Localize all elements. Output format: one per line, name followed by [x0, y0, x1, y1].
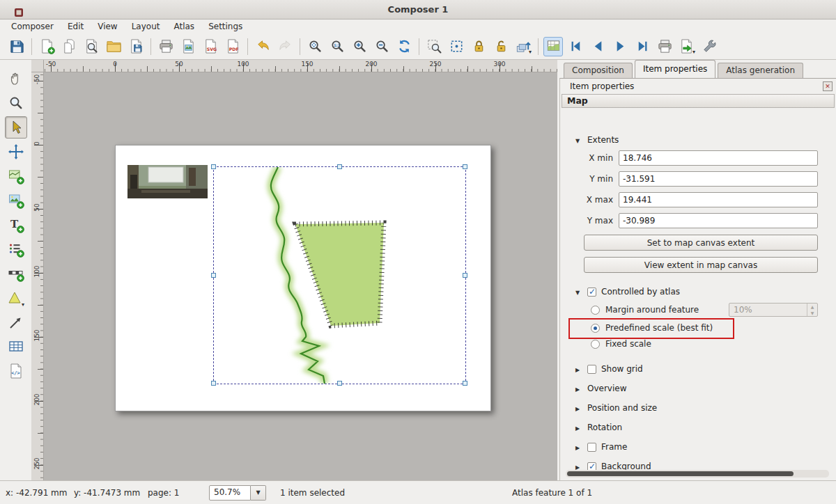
close-dock-button[interactable]: ✕ [823, 81, 833, 91]
add-label-button[interactable]: T [5, 214, 27, 236]
menu-settings[interactable]: Settings [201, 19, 249, 33]
menu-edit[interactable]: Edit [61, 19, 91, 33]
next-feature-button[interactable] [610, 37, 630, 56]
section-rotation[interactable]: Rotation [575, 423, 818, 432]
tab-atlas-generation[interactable]: Atlas generation [718, 63, 803, 78]
atlas-settings-button[interactable] [699, 37, 719, 56]
composer-canvas[interactable] [44, 72, 557, 480]
picture-item[interactable] [127, 165, 208, 198]
selection-handle[interactable] [211, 273, 216, 278]
first-feature-button[interactable] [566, 37, 585, 56]
add-arrow-button[interactable] [5, 311, 27, 333]
pan-tool-button[interactable] [5, 68, 27, 90]
menu-composer[interactable]: Composer [4, 19, 61, 33]
lock-selected-items-button[interactable] [469, 37, 488, 56]
zoom-full-button[interactable] [305, 37, 325, 56]
save-project-button[interactable] [7, 37, 26, 56]
export-as-svg-button[interactable]: SVG [201, 37, 220, 56]
zoom-in-button[interactable] [350, 37, 369, 56]
print-button[interactable] [156, 37, 176, 56]
set-to-map-canvas-extent-button[interactable]: Set to map canvas extent [584, 235, 818, 251]
preview-atlas-button[interactable] [543, 37, 563, 56]
export-as-image-button[interactable] [178, 37, 198, 56]
menu-atlas[interactable]: Atlas [167, 19, 201, 33]
ymax-input[interactable] [619, 213, 818, 228]
zoom-dropdown-arrow-icon[interactable]: ▼ [251, 485, 266, 501]
duplicate-composition-button[interactable] [59, 37, 79, 56]
add-shape-dropdown-arrow-icon[interactable]: ▾ [22, 301, 24, 309]
zoom-combobox[interactable]: 50.7% ▼ [209, 485, 266, 501]
section-show-grid[interactable]: Show grid [575, 364, 818, 374]
selection-handle[interactable] [463, 164, 467, 169]
load-from-template-button[interactable] [104, 37, 123, 56]
zoom-value[interactable]: 50.7% [209, 485, 251, 501]
view-extent-in-map-canvas-button[interactable]: View extent in map canvas [584, 257, 818, 273]
expand-arrow-icon[interactable] [575, 423, 582, 432]
spinbox-arrows-icon[interactable]: ▲▼ [807, 304, 817, 316]
zoom-tool-button[interactable] [5, 92, 27, 114]
raise-selected-items-dropdown-arrow-icon[interactable]: ▾ [529, 49, 532, 56]
unlock-all-items-button[interactable] [491, 37, 511, 56]
composer-manager-button[interactable] [82, 37, 101, 56]
undo-button[interactable] [253, 37, 272, 56]
show-grid-checkbox[interactable] [587, 365, 596, 374]
add-new-map-button[interactable] [5, 165, 27, 187]
add-shape-button[interactable]: ▾ [5, 287, 27, 309]
frame-checkbox[interactable] [587, 443, 596, 452]
add-html-frame-button[interactable]: </> [5, 360, 27, 382]
raise-selected-items-button[interactable]: ▾ [513, 37, 533, 56]
ymin-input[interactable] [619, 171, 818, 187]
pan-to-selection-button[interactable] [447, 37, 466, 56]
fixed-scale-option[interactable]: Fixed scale [591, 339, 818, 349]
selection-handle[interactable] [211, 381, 216, 386]
print-atlas-button[interactable] [655, 37, 674, 56]
redo-button[interactable] [275, 37, 295, 56]
controlled-by-atlas-header[interactable]: Controlled by atlas [575, 287, 818, 297]
add-attribute-table-button[interactable] [5, 336, 27, 358]
expand-arrow-icon[interactable] [575, 442, 582, 452]
select-move-item-tool-button[interactable] [5, 116, 27, 139]
section-overview[interactable]: Overview [575, 384, 818, 393]
predefined-scale-radio[interactable] [591, 324, 600, 333]
add-scalebar-button[interactable] [5, 262, 27, 285]
selection-handle[interactable] [463, 273, 467, 278]
expand-arrow-icon[interactable] [575, 364, 582, 374]
export-as-pdf-button[interactable]: PDF [223, 37, 242, 56]
menu-view[interactable]: View [91, 19, 124, 33]
extents-header[interactable]: Extents [575, 135, 818, 145]
move-item-content-tool-button[interactable] [5, 141, 27, 163]
predefined-scale-option[interactable]: Predefined scale (best fit) [591, 323, 818, 333]
export-atlas-button[interactable]: ▾ [677, 37, 697, 56]
margin-spinbox[interactable]: 10% ▲▼ [729, 303, 818, 317]
expand-arrow-icon[interactable] [575, 403, 582, 413]
collapse-arrow-icon[interactable] [575, 287, 582, 297]
section-position-and-size[interactable]: Position and size [575, 403, 818, 413]
selection-handle[interactable] [211, 164, 216, 169]
zoom-out-button[interactable] [372, 37, 392, 56]
zoom-to-selection-button[interactable] [424, 37, 444, 56]
new-composition-button[interactable] [37, 37, 56, 56]
last-feature-button[interactable] [633, 37, 652, 56]
fixed-scale-radio[interactable] [591, 340, 600, 349]
selection-handle[interactable] [463, 381, 467, 386]
section-frame[interactable]: Frame [575, 442, 818, 452]
tab-item-properties[interactable]: Item properties [635, 60, 715, 78]
export-atlas-dropdown-arrow-icon[interactable]: ▾ [692, 49, 695, 56]
scrollbar-thumb[interactable] [567, 471, 794, 476]
controlled-by-atlas-checkbox[interactable] [587, 288, 596, 297]
tab-composition[interactable]: Composition [564, 63, 633, 78]
save-as-template-button[interactable] [126, 37, 146, 56]
margin-around-feature-radio[interactable] [591, 306, 600, 315]
panel-horizontal-scrollbar[interactable] [566, 470, 829, 478]
collapse-arrow-icon[interactable] [575, 135, 582, 145]
xmax-input[interactable] [619, 192, 818, 207]
menu-layout[interactable]: Layout [125, 19, 167, 33]
expand-arrow-icon[interactable] [575, 384, 582, 393]
map-item[interactable] [214, 167, 465, 384]
zoom-actual-button[interactable]: 1:1 [327, 37, 347, 56]
selection-handle[interactable] [337, 381, 342, 386]
previous-feature-button[interactable] [588, 37, 607, 56]
xmin-input[interactable] [619, 150, 818, 166]
refresh-view-button[interactable] [394, 37, 414, 56]
add-image-button[interactable] [5, 189, 27, 212]
